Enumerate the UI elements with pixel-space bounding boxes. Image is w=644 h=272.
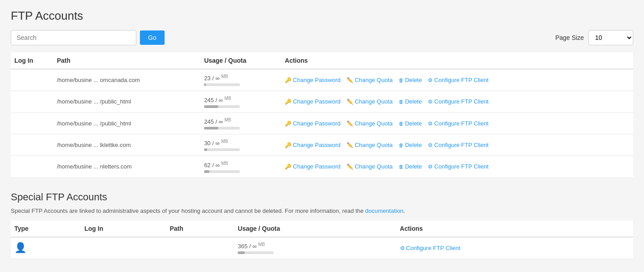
- page-size-label: Page Size: [555, 34, 584, 41]
- change-quota-link[interactable]: Change Quota: [347, 120, 393, 127]
- page-size-wrapper: Page Size 10 25 50 100: [555, 30, 633, 45]
- special-header-row: Type Log In Path Usage / Quota Actions: [11, 220, 633, 237]
- table-row: /home/busine ... /public_html 245 / ∞ MB…: [11, 112, 633, 134]
- col-path: Path: [53, 52, 200, 69]
- col-type: Type: [11, 220, 81, 237]
- cell-login: [11, 112, 53, 134]
- special-table-row: 👤 365 / ∞ MB Configure FTP Client: [11, 237, 633, 259]
- configure-ftp-link[interactable]: Configure FTP Client: [428, 98, 488, 105]
- cell-actions: Change Password Change Quota Delete Conf…: [281, 91, 633, 112]
- cell-login: [11, 134, 53, 155]
- cell-actions: Change Password Change Quota Delete Conf…: [281, 156, 633, 177]
- configure-ftp-link[interactable]: Configure FTP Client: [428, 142, 488, 148]
- cell-usage: 23 / ∞ MB: [200, 69, 281, 91]
- change-quota-link[interactable]: Change Quota: [347, 142, 393, 148]
- change-password-link[interactable]: Change Password: [285, 120, 340, 127]
- ftp-accounts-table: Log In Path Usage / Quota Actions /home/…: [11, 52, 633, 178]
- table-row: /home/busine ... lklettke.com 30 / ∞ MB …: [11, 134, 633, 155]
- configure-ftp-link-special[interactable]: Configure FTP Client: [400, 245, 461, 251]
- configure-ftp-link[interactable]: Configure FTP Client: [428, 163, 488, 170]
- cell-type: 👤: [11, 237, 81, 259]
- col-login: Log In: [81, 220, 166, 237]
- person-icon: 👤: [14, 242, 26, 253]
- cell-actions: Change Password Change Quota Delete Conf…: [281, 69, 633, 91]
- cell-usage: 245 / ∞ MB: [200, 112, 281, 134]
- cell-actions: Change Password Change Quota Delete Conf…: [281, 134, 633, 155]
- delete-link[interactable]: Delete: [399, 77, 422, 83]
- cell-path: [166, 237, 234, 259]
- cell-login: [11, 69, 53, 91]
- cell-path: /home/busine ... /public_html: [53, 112, 200, 134]
- special-desc: Special FTP Accounts are linked to admin…: [11, 207, 633, 214]
- cell-usage: 62 / ∞ MB: [200, 156, 281, 177]
- cell-path: /home/busine ... /public_html: [53, 91, 200, 112]
- table-header-row: Log In Path Usage / Quota Actions: [11, 52, 633, 69]
- cell-path: /home/busine ... lklettke.com: [53, 134, 200, 155]
- delete-link[interactable]: Delete: [399, 163, 422, 170]
- cell-path: /home/busine ... omcanada.com: [53, 69, 200, 91]
- col-usage: Usage / Quota: [234, 220, 396, 237]
- cell-usage: 245 / ∞ MB: [200, 91, 281, 112]
- table-row: /home/busine ... omcanada.com 23 / ∞ MB …: [11, 69, 633, 91]
- cell-actions: Configure FTP Client: [396, 237, 633, 259]
- page-title: FTP Accounts: [11, 9, 633, 23]
- change-password-link[interactable]: Change Password: [285, 98, 340, 105]
- col-actions: Actions: [281, 52, 633, 69]
- change-password-link[interactable]: Change Password: [285, 142, 340, 148]
- configure-ftp-link[interactable]: Configure FTP Client: [428, 120, 488, 127]
- col-login: Log In: [11, 52, 53, 69]
- cell-usage: 365 / ∞ MB: [234, 237, 396, 259]
- cell-path: /home/busine ... nletters.com: [53, 156, 200, 177]
- change-quota-link[interactable]: Change Quota: [347, 98, 393, 105]
- special-ftp-table: Type Log In Path Usage / Quota Actions 👤…: [11, 220, 633, 259]
- delete-link[interactable]: Delete: [399, 120, 422, 127]
- cell-usage: 30 / ∞ MB: [200, 134, 281, 155]
- table-row: /home/busine ... nletters.com 62 / ∞ MB …: [11, 156, 633, 177]
- go-button[interactable]: Go: [140, 30, 165, 45]
- table-row: /home/busine ... /public_html 245 / ∞ MB…: [11, 91, 633, 112]
- col-path: Path: [166, 220, 234, 237]
- documentation-link[interactable]: documentation: [365, 207, 403, 214]
- search-bar: Go Page Size 10 25 50 100: [11, 30, 633, 45]
- page-size-select[interactable]: 10 25 50 100: [588, 30, 633, 45]
- change-quota-link[interactable]: Change Quota: [347, 77, 393, 83]
- delete-link[interactable]: Delete: [399, 142, 422, 148]
- cell-actions: Change Password Change Quota Delete Conf…: [281, 112, 633, 134]
- cell-login: [11, 156, 53, 177]
- change-password-link[interactable]: Change Password: [285, 77, 340, 83]
- change-password-link[interactable]: Change Password: [285, 163, 340, 170]
- cell-login: [81, 237, 166, 259]
- special-title: Special FTP Accounts: [11, 191, 633, 203]
- search-input[interactable]: [11, 30, 136, 45]
- delete-link[interactable]: Delete: [399, 98, 422, 105]
- col-usage: Usage / Quota: [200, 52, 281, 69]
- configure-ftp-link[interactable]: Configure FTP Client: [428, 77, 488, 83]
- cell-login: [11, 91, 53, 112]
- change-quota-link[interactable]: Change Quota: [347, 163, 393, 170]
- col-actions: Actions: [396, 220, 633, 237]
